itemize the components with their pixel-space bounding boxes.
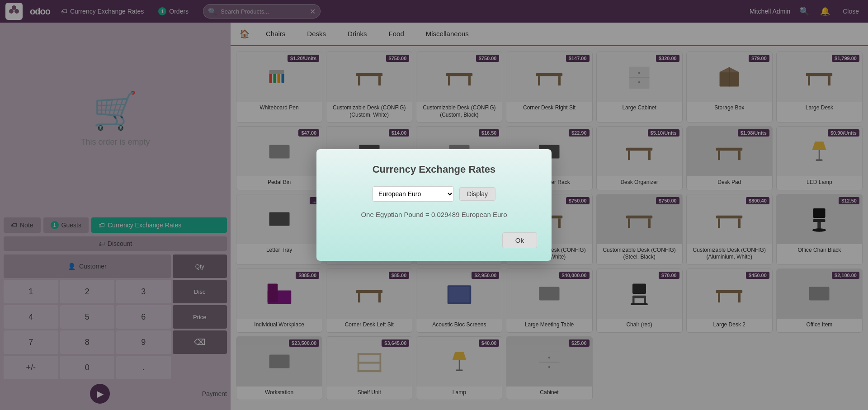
modal-overlay[interactable]: Currency Exchange Rates European EuroUS … xyxy=(0,0,868,410)
display-button[interactable]: Display xyxy=(459,187,495,201)
ok-button[interactable]: Ok xyxy=(502,232,537,248)
currency-exchange-modal: Currency Exchange Rates European EuroUS … xyxy=(316,149,552,261)
modal-title: Currency Exchange Rates xyxy=(331,164,537,175)
currency-select[interactable]: European EuroUS DollarBritish PoundEgypt… xyxy=(373,186,454,202)
exchange-rate-result: One Egyptian Pound = 0.029489 European E… xyxy=(331,211,537,221)
modal-controls-row: European EuroUS DollarBritish PoundEgypt… xyxy=(331,186,537,202)
modal-ok-row: Ok xyxy=(331,232,537,248)
